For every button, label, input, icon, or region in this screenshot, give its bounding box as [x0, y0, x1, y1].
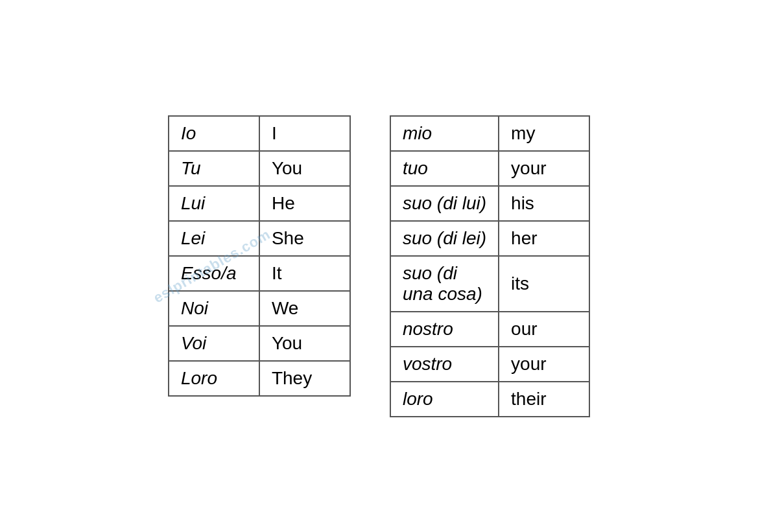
italian-possessive: suo (di lui)	[390, 186, 499, 221]
english-pronoun: You	[259, 151, 350, 186]
possessives-table: miomytuoyoursuo (di lui)hissuo (di lei)h…	[390, 115, 590, 417]
english-possessive: their	[499, 382, 589, 417]
pronouns-section: IoITuYouLuiHeLeiSheEsso/aItNoiWeVoiYouLo…	[168, 115, 351, 397]
english-pronoun: He	[259, 186, 350, 221]
italian-pronoun: Tu	[169, 151, 259, 186]
english-possessive: your	[499, 347, 589, 382]
italian-possessive: mio	[390, 116, 499, 151]
italian-pronoun: Esso/a	[169, 256, 259, 291]
english-possessive: our	[499, 312, 589, 347]
table-row: TuYou	[169, 151, 350, 186]
table-row: IoI	[169, 116, 350, 151]
italian-possessive: nostro	[390, 312, 499, 347]
page-container: IoITuYouLuiHeLeiSheEsso/aItNoiWeVoiYouLo…	[142, 89, 616, 443]
italian-pronoun: Loro	[169, 361, 259, 396]
english-pronoun: I	[259, 116, 350, 151]
english-pronoun: It	[259, 256, 350, 291]
italian-pronoun: Noi	[169, 291, 259, 326]
english-possessive: my	[499, 116, 589, 151]
table-row: suo (di una cosa)its	[390, 256, 589, 312]
italian-possessive: tuo	[390, 151, 499, 186]
table-row: tuoyour	[390, 151, 589, 186]
table-row: LuiHe	[169, 186, 350, 221]
table-row: VoiYou	[169, 326, 350, 361]
table-row: vostroyour	[390, 347, 589, 382]
italian-possessive: loro	[390, 382, 499, 417]
table-row: LeiShe	[169, 221, 350, 256]
table-row: LoroThey	[169, 361, 350, 396]
english-possessive: his	[499, 186, 589, 221]
italian-possessive: suo (di lei)	[390, 221, 499, 256]
english-possessive: your	[499, 151, 589, 186]
italian-pronoun: Lui	[169, 186, 259, 221]
english-pronoun: You	[259, 326, 350, 361]
table-row: suo (di lei)her	[390, 221, 589, 256]
english-possessive: her	[499, 221, 589, 256]
english-pronoun: She	[259, 221, 350, 256]
italian-pronoun: Lei	[169, 221, 259, 256]
italian-possessive: suo (di una cosa)	[390, 256, 499, 312]
english-pronoun: We	[259, 291, 350, 326]
table-row: Esso/aIt	[169, 256, 350, 291]
italian-pronoun: Io	[169, 116, 259, 151]
italian-possessive: vostro	[390, 347, 499, 382]
english-pronoun: They	[259, 361, 350, 396]
possessives-section: miomytuoyoursuo (di lui)hissuo (di lei)h…	[390, 115, 590, 417]
italian-pronoun: Voi	[169, 326, 259, 361]
table-row: lorotheir	[390, 382, 589, 417]
table-row: nostroour	[390, 312, 589, 347]
pronouns-table: IoITuYouLuiHeLeiSheEsso/aItNoiWeVoiYouLo…	[168, 115, 351, 397]
english-possessive: its	[499, 256, 589, 312]
table-row: miomy	[390, 116, 589, 151]
table-row: NoiWe	[169, 291, 350, 326]
table-row: suo (di lui)his	[390, 186, 589, 221]
